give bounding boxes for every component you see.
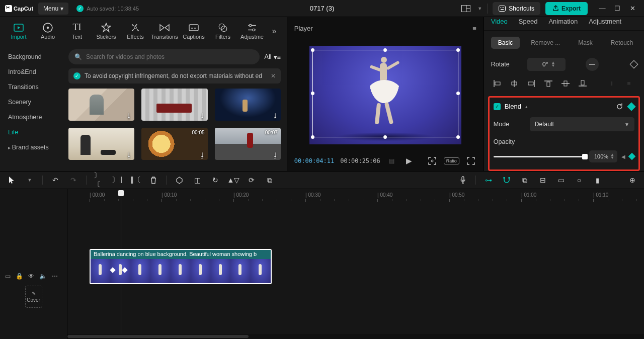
media-thumb[interactable]: ⭳: [215, 89, 281, 121]
track-settings-icon[interactable]: ▭: [5, 273, 11, 280]
play-button[interactable]: ▶: [404, 155, 415, 166]
cat-scenery[interactable]: Scenery: [0, 95, 65, 110]
ratio-button[interactable]: Ratio: [444, 157, 459, 164]
menu-icon[interactable]: ≡: [472, 25, 476, 32]
shortcuts-button[interactable]: Shortcuts: [493, 2, 540, 15]
align-left-icon[interactable]: [491, 78, 503, 89]
tabs-more-icon[interactable]: »: [267, 27, 282, 36]
keyframe-diamond-icon[interactable]: [630, 60, 638, 69]
search-box[interactable]: 🔍: [68, 49, 260, 64]
tab-text[interactable]: TIText: [62, 17, 92, 45]
zoom-icon[interactable]: ⊕: [627, 175, 638, 186]
media-thumb[interactable]: ⭳: [141, 89, 207, 121]
selection-frame[interactable]: [312, 50, 458, 137]
flip-button[interactable]: —: [586, 58, 599, 71]
close-icon[interactable]: ✕: [271, 72, 276, 79]
minimize-button[interactable]: ―: [596, 2, 609, 15]
snap-icon[interactable]: ⊶: [483, 175, 494, 186]
list-icon[interactable]: ▤: [386, 155, 397, 166]
prev-keyframe-icon[interactable]: ◀: [621, 154, 625, 159]
mute-icon[interactable]: 🔈: [39, 273, 47, 280]
undo-icon[interactable]: ↶: [50, 175, 61, 186]
stepper-icon[interactable]: ▲▼: [610, 153, 614, 159]
magnet-icon[interactable]: [501, 175, 512, 186]
rotate-icon[interactable]: ⟳: [246, 175, 257, 186]
align-center-h-icon[interactable]: [508, 78, 520, 89]
media-thumb[interactable]: ⭳: [68, 89, 134, 121]
timeline-tracks[interactable]: | 00:00| 00:10| 00:20| 00:30| 00:40| 00:…: [67, 189, 644, 339]
delete-icon[interactable]: [148, 175, 159, 186]
trim-right-icon[interactable]: ‖〔: [130, 175, 141, 186]
cat-transitions[interactable]: Transitions: [0, 79, 65, 95]
split-icon[interactable]: 〕〔: [94, 175, 105, 186]
preview-canvas[interactable]: [309, 46, 461, 144]
time-ruler[interactable]: | 00:00| 00:10| 00:20| 00:30| 00:40| 00:…: [67, 189, 644, 203]
blend-mode-select[interactable]: Default ▼: [530, 117, 634, 131]
rotate-input[interactable]: 0° ▲▼: [527, 58, 566, 71]
media-thumb[interactable]: 00:07⭳: [215, 128, 281, 160]
cover-button[interactable]: ✎ Cover: [25, 286, 42, 308]
tab-adjustment[interactable]: Adjustme: [237, 17, 267, 45]
media-thumb[interactable]: 00:05⭳: [141, 128, 207, 160]
download-icon[interactable]: ⭳: [272, 151, 279, 159]
tab-effects[interactable]: Effects: [121, 17, 150, 45]
filter-all[interactable]: All ▾≡: [265, 53, 281, 61]
cat-atmosphere[interactable]: Atmosphere: [0, 110, 65, 125]
tab-audio[interactable]: Audio: [33, 17, 62, 45]
fullscreen-icon[interactable]: [465, 155, 476, 166]
mark-icon[interactable]: [174, 175, 185, 186]
media-thumb[interactable]: ⭳: [68, 128, 134, 160]
download-icon[interactable]: ⭳: [272, 112, 279, 120]
opacity-input[interactable]: 100% ▲▼: [589, 150, 617, 162]
layout-icon[interactable]: [459, 2, 472, 15]
scrollbar-thumb[interactable]: [67, 335, 249, 338]
align-icon[interactable]: ⊟: [537, 175, 548, 186]
collapse-icon[interactable]: ▴: [525, 104, 528, 109]
crop-icon[interactable]: ⧉: [264, 175, 275, 186]
link-icon[interactable]: ⧉: [519, 175, 530, 186]
mic-icon[interactable]: [457, 175, 468, 186]
slider-knob[interactable]: [582, 154, 588, 159]
download-icon[interactable]: ⭳: [126, 112, 132, 120]
tab-animation[interactable]: Animation: [548, 18, 578, 30]
subtab-basic[interactable]: Basic: [491, 37, 520, 49]
keyframe-diamond-icon[interactable]: [627, 102, 636, 111]
trim-left-icon[interactable]: 〕‖: [112, 175, 123, 186]
align-right-icon[interactable]: [525, 78, 537, 89]
tab-speed[interactable]: Speed: [519, 18, 538, 30]
mirror-icon[interactable]: ▲▽: [228, 175, 239, 186]
tab-stickers[interactable]: Stickers: [92, 17, 121, 45]
eye-icon[interactable]: 👁: [28, 273, 34, 280]
lock-icon[interactable]: 🔒: [16, 273, 23, 280]
search-input[interactable]: [86, 53, 254, 60]
cat-life[interactable]: Life: [0, 125, 65, 140]
download-icon[interactable]: ⭳: [199, 112, 206, 120]
subtab-mask[interactable]: Mask: [571, 37, 600, 49]
track-toggle-icon[interactable]: ○: [574, 175, 585, 186]
cat-brand-assets[interactable]: Brand assets: [0, 140, 65, 155]
scan-icon[interactable]: [427, 155, 438, 166]
checkbox-icon[interactable]: ✓: [494, 103, 501, 110]
tab-captions[interactable]: Captions: [179, 17, 208, 45]
tab-import[interactable]: Import: [4, 17, 33, 45]
pointer-tool-icon[interactable]: [6, 175, 17, 186]
video-clip[interactable]: Ballerina dancing on blue background. Be…: [90, 249, 272, 284]
menu-button[interactable]: Menu ▾: [38, 3, 68, 15]
marker-icon[interactable]: ▮: [592, 175, 603, 186]
keyframe-diamond-icon[interactable]: [628, 153, 635, 160]
tab-adjustment[interactable]: Adjustment: [589, 18, 621, 30]
align-bottom-icon[interactable]: [577, 78, 589, 89]
align-top-icon[interactable]: [542, 78, 554, 89]
download-icon[interactable]: ⭳: [126, 151, 132, 159]
stepper-icon[interactable]: ▲▼: [551, 61, 555, 67]
freeze-icon[interactable]: ◫: [192, 175, 203, 186]
align-center-v-icon[interactable]: [559, 78, 572, 89]
tab-filters[interactable]: Filters: [208, 17, 237, 45]
tab-video[interactable]: Video: [491, 18, 508, 30]
reset-icon[interactable]: [616, 103, 623, 110]
tab-transitions[interactable]: Transitions: [150, 17, 179, 45]
close-button[interactable]: ✕: [626, 2, 639, 15]
export-button[interactable]: Export: [545, 2, 588, 15]
preview-icon[interactable]: ▭: [555, 175, 567, 186]
maximize-button[interactable]: ☐: [611, 2, 624, 15]
